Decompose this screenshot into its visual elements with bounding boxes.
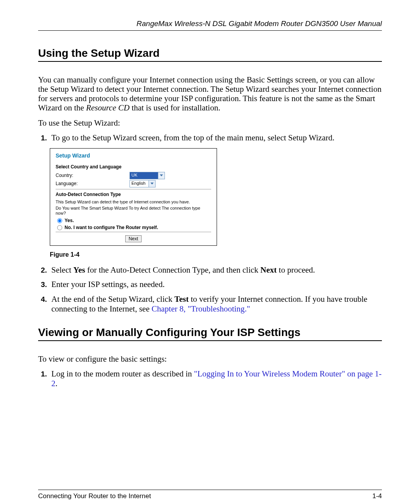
step2-c: for the Auto-Detect Connection Type, and… — [85, 265, 261, 275]
step2-yes: Yes — [74, 265, 85, 275]
step4-d: ." — [245, 304, 250, 313]
next-button[interactable]: Next — [125, 235, 142, 242]
resource-cd-text: Resource CD — [86, 103, 130, 112]
page-footer: Connecting Your Router to the Internet 1… — [38, 490, 382, 504]
step-1: To go to the Setup Wizard screen, from t… — [49, 133, 382, 143]
isp-step-1: Log in to the modem router as described … — [49, 369, 382, 388]
isp-steps-list: Log in to the modem router as described … — [38, 369, 382, 388]
radio-no-label: No. I want to configure The Router mysel… — [65, 225, 158, 230]
country-select[interactable]: UK — [130, 172, 165, 179]
detect-desc-1: This Setup Wizard can detect the type of… — [56, 200, 211, 205]
figure-1-4: Setup Wizard Select Country and Language… — [50, 148, 382, 258]
footer-right: 1-4 — [372, 492, 382, 500]
figure-caption: Figure 1-4 — [50, 251, 382, 258]
intro-paragraph: You can manually configure your Internet… — [38, 75, 382, 113]
to-use-text: To use the Setup Wizard: — [38, 118, 382, 128]
chevron-down-icon — [158, 172, 164, 179]
page-header: RangeMax Wireless-N DSL Gigabit Modem Ro… — [38, 19, 382, 31]
chevron-down-icon — [149, 180, 155, 187]
wizard-title: Setup Wizard — [56, 152, 211, 159]
section-auto-detect: Auto-Detect Connection Type — [56, 192, 211, 197]
setup-wizard-panel: Setup Wizard Select Country and Language… — [50, 148, 217, 246]
radio-no[interactable] — [57, 225, 62, 230]
radio-yes[interactable] — [57, 218, 62, 223]
footer-left: Connecting Your Router to the Internet — [38, 492, 151, 500]
isp-intro: To view or configure the basic settings: — [38, 354, 382, 364]
country-label: Country: — [56, 173, 130, 178]
step-4: At the end of the Setup Wizard, click Te… — [49, 294, 382, 314]
step2-next: Next — [261, 265, 277, 275]
troubleshooting-link[interactable]: Chapter 8, "Troubleshooting — [152, 304, 245, 313]
country-value: UK — [130, 172, 158, 179]
language-value: English — [130, 180, 149, 187]
step2-e: to proceed. — [277, 265, 315, 275]
heading-isp-settings: Viewing or Manually Configuring Your ISP… — [38, 326, 382, 341]
setup-steps-list-cont: Select Yes for the Auto-Detect Connectio… — [38, 265, 382, 314]
heading-setup-wizard: Using the Setup Wizard — [38, 47, 382, 62]
step2-a: Select — [51, 265, 74, 275]
step-3: Enter your ISP settings, as needed. — [49, 280, 382, 289]
step4-test: Test — [175, 294, 189, 304]
detect-desc-2: Do You want The Smart Setup Wizard To tr… — [56, 206, 211, 217]
isp-step1-a: Log in to the modem router as described … — [51, 369, 194, 378]
section-country-language: Select Country and Language — [56, 164, 211, 170]
language-select[interactable]: English — [130, 180, 156, 187]
isp-step1-b: . — [56, 379, 58, 388]
step-2: Select Yes for the Auto-Detect Connectio… — [49, 265, 382, 275]
radio-yes-label: Yes. — [65, 218, 74, 223]
language-label: Language: — [56, 181, 130, 186]
setup-steps-list: To go to the Setup Wizard screen, from t… — [38, 133, 382, 143]
intro-text-b: that is used for installation. — [130, 103, 220, 112]
step4-a: At the end of the Setup Wizard, click — [51, 294, 175, 304]
